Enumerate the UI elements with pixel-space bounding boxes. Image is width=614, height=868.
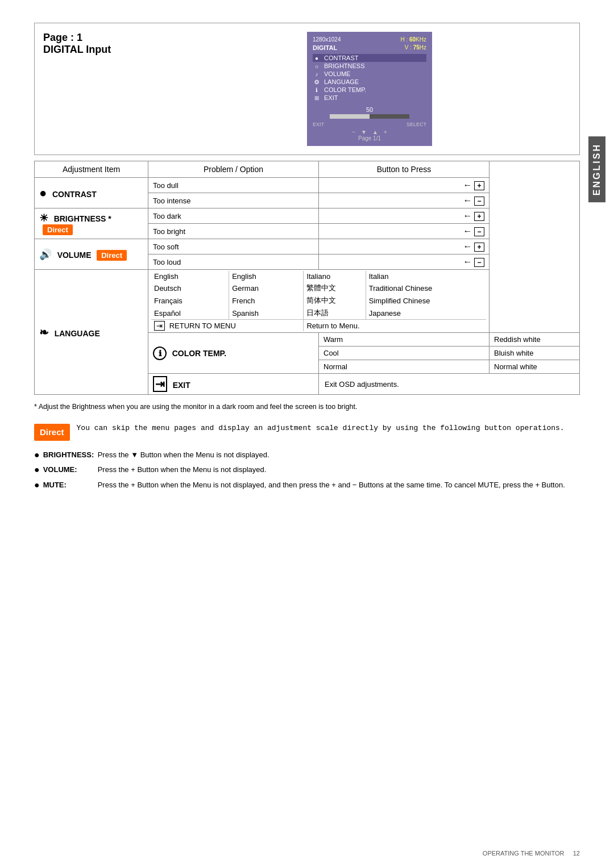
osd-header: 1280x1024 H : 60KHz <box>313 36 426 43</box>
osd-language-icon: ❂ <box>313 79 321 85</box>
brightness-button-2: ← − <box>319 224 489 239</box>
language-label: LANGUAGE <box>55 329 100 338</box>
brightness-icon: ☀ <box>39 212 48 224</box>
osd-exit-label: EXIT <box>324 94 338 101</box>
brightness-problem-1: Too dark <box>148 208 319 224</box>
lang-cell: Japanese <box>366 307 486 320</box>
colortemp-warm-desc: Reddish white <box>489 333 580 347</box>
table-row: ❧ LANGUAGE English English Italiano Ital… <box>35 270 580 333</box>
osd-slider-value: 50 <box>313 106 426 113</box>
colortemp-warm-label: Warm <box>319 333 489 347</box>
colortemp-label: COLOR TEMP. <box>172 349 226 358</box>
lang-cell: Simplified Chinese <box>366 294 486 307</box>
footer-page: 12 <box>573 850 580 857</box>
contrast-label: CONTRAST <box>52 190 97 199</box>
osd-menu-exit: ⊞ EXIT <box>313 94 426 102</box>
contrast-button-2: ← − <box>319 193 489 208</box>
bullet-dot: ● <box>34 479 40 491</box>
osd-bottom-bar: EXIT SELECT <box>313 122 426 127</box>
page-number: Page : 1 <box>43 32 168 44</box>
osd-brightness-icon: ☼ <box>313 63 321 69</box>
osd-volume-icon: ♪ <box>313 71 321 77</box>
language-item-cell: ❧ LANGUAGE <box>35 270 148 395</box>
lang-cell: Deutsch <box>151 282 229 294</box>
lang-return-row: ⇥ RETURN TO MENU Return to Menu. <box>151 320 486 332</box>
footnote-text: * Adjust the Brightness when you are usi… <box>34 403 357 411</box>
return-to-menu-cell: ⇥ RETURN TO MENU <box>151 320 304 332</box>
osd-nav-minus: − <box>352 129 355 135</box>
osd-slider-fill <box>330 114 370 119</box>
language-icon: ❧ <box>39 326 49 339</box>
volume-icon: 🔊 <box>39 248 52 261</box>
osd-screen: 1280x1024 H : 60KHz DIGITAL V : 75Hz ● C… <box>307 32 432 146</box>
page-footer: OPERATING THE MONITOR 12 <box>483 850 580 857</box>
arrow-left-icon: ← <box>463 257 472 266</box>
lang-cell: Español <box>151 307 229 320</box>
osd-nav-plus: + <box>384 129 387 135</box>
bullet-item-brightness: ● BRIGHTNESS: Press the ▼ Button when th… <box>34 449 580 461</box>
colortemp-cool-label: Cool <box>319 347 489 360</box>
osd-slider-area: 50 <box>313 106 426 119</box>
lang-cell: Français <box>151 294 229 307</box>
return-to-menu-label: RETURN TO MENU <box>169 322 236 330</box>
minus-button: − <box>474 227 484 236</box>
top-section: Page : 1 DIGITAL Input 1280x1024 H : 60K… <box>34 23 580 155</box>
table-row: ☀ BRIGHTNESS * Direct Too dark ← + <box>35 208 580 224</box>
footnote: * Adjust the Brightness when you are usi… <box>34 402 580 412</box>
osd-mockup: 1280x1024 H : 60KHz DIGITAL V : 75Hz ● C… <box>168 32 571 146</box>
osd-menu-brightness: ☼ BRIGHTNESS <box>313 62 426 70</box>
table-header-row: Adjustment Item Problem / Option Button … <box>35 161 580 178</box>
volume-problem-1: Too soft <box>148 239 319 254</box>
bullet-mute-desc: Press the + Button when the Menu is not … <box>98 479 580 491</box>
bullet-item-mute: ● MUTE: Press the + Button when the Menu… <box>34 479 580 491</box>
osd-nav-down: ▼ <box>361 129 367 135</box>
arrow-left-icon: ← <box>463 226 472 236</box>
osd-menu-contrast: ● CONTRAST <box>313 54 426 62</box>
volume-label: VOLUME <box>57 251 92 260</box>
arrow-left-icon: ← <box>463 241 472 251</box>
osd-hz: H : 60KHz <box>400 36 426 43</box>
brightness-button-1: ← + <box>319 208 489 224</box>
bullet-list: ● BRIGHTNESS: Press the ▼ Button when th… <box>34 449 580 491</box>
lang-cell: English <box>229 271 304 282</box>
bullet-dot: ● <box>34 464 40 476</box>
lang-cell: Spanish <box>229 307 304 320</box>
table-row: 🔊 VOLUME Direct Too soft ← + <box>35 239 580 254</box>
lang-cell: 简体中文 <box>304 294 366 307</box>
exit-desc: Exit OSD adjustments. <box>319 374 580 395</box>
page-title-block: Page : 1 DIGITAL Input <box>43 32 168 56</box>
contrast-button-1: ← + <box>319 178 489 193</box>
osd-resolution: 1280x1024 <box>313 36 341 43</box>
osd-nav-up: ▲ <box>372 129 378 135</box>
exit-label: EXIT <box>173 381 190 390</box>
page-subtitle: DIGITAL Input <box>43 44 168 56</box>
osd-v: V : 75Hz <box>405 44 426 52</box>
direct-explanation-text: You can skip the menu pages and display … <box>77 423 565 435</box>
bullet-brightness-desc: Press the ▼ Button when the Menu is not … <box>98 449 580 461</box>
volume-button-2: ← − <box>319 254 489 270</box>
brightness-problem-2: Too bright <box>148 224 319 239</box>
return-to-menu-desc: Return to Menu. <box>304 320 486 332</box>
language-row-1: English English Italiano Italian Deutsch… <box>148 270 489 333</box>
osd-subheader: DIGITAL V : 75Hz <box>313 44 426 52</box>
return-icon: ⇥ <box>154 321 165 331</box>
table-row: ● CONTRAST Too dull ← + <box>35 178 580 193</box>
direct-explanation: Direct You can skip the menu pages and d… <box>34 423 580 441</box>
volume-item-cell: 🔊 VOLUME Direct <box>35 239 148 270</box>
bullet-item-volume: ● VOLUME: Press the + Button when the Me… <box>34 464 580 476</box>
exit-item-cell: ⇥ EXIT <box>148 374 319 395</box>
osd-menu-volume: ♪ VOLUME <box>313 70 426 78</box>
arrow-left-icon: ← <box>463 211 472 220</box>
lang-cell: Italian <box>366 271 486 282</box>
plus-button: + <box>474 181 484 190</box>
osd-menu-language: ❂ LANGUAGE <box>313 78 426 86</box>
lang-cell: 繁體中文 <box>304 282 366 294</box>
col-button: Button to Press <box>319 161 489 178</box>
lang-cell: French <box>229 294 304 307</box>
language-inner-table: English English Italiano Italian Deutsch… <box>151 271 486 331</box>
osd-volume-label: VOLUME <box>324 70 350 77</box>
osd-menu-colortemp: ℹ COLOR TEMP. <box>313 86 426 94</box>
col-problem: Problem / Option <box>148 161 319 178</box>
osd-page-info: Page 1/1 <box>313 135 426 141</box>
minus-button: − <box>474 197 484 206</box>
